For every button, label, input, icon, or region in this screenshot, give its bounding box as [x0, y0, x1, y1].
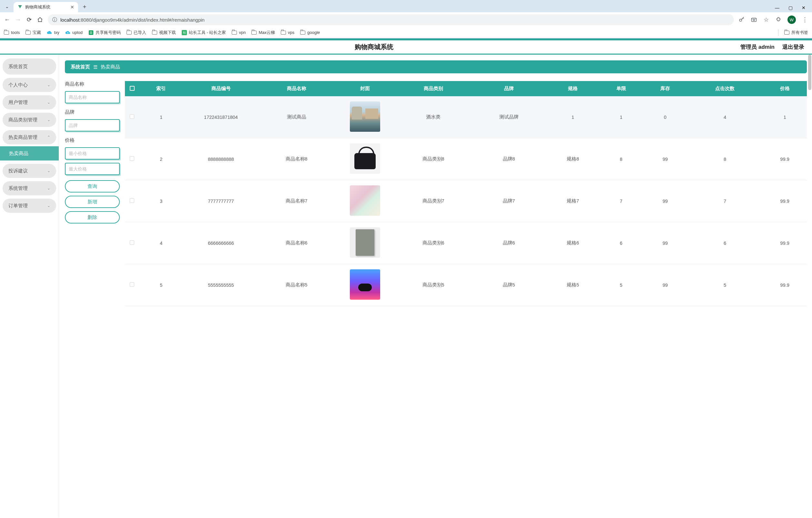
filter-name-input[interactable]: [65, 91, 120, 103]
cell-category: 商品类别8: [396, 138, 471, 180]
bookmark-uplod[interactable]: uplod: [65, 30, 83, 35]
lens-icon[interactable]: [751, 17, 757, 23]
bookmark-tools[interactable]: tools: [4, 30, 20, 35]
page-scrollbar[interactable]: [808, 55, 811, 517]
row-checkbox[interactable]: [130, 114, 134, 119]
table-row[interactable]: 37777777777商品名称7商品类别7品牌7规格7799799.9: [125, 180, 807, 222]
bookmark-video-dl[interactable]: 视频下载: [152, 30, 176, 35]
bookmark-zhanzhang[interactable]: 站站长工具 - 站长之家: [182, 30, 226, 35]
new-tab-button[interactable]: ＋: [80, 2, 89, 11]
extensions-icon[interactable]: [775, 17, 782, 23]
chevron-down-icon: ⌄: [47, 203, 50, 208]
sidebar-item-category[interactable]: 商品类别管理⌄: [3, 113, 56, 127]
window-minimize-icon[interactable]: —: [775, 5, 779, 10]
cell-limit: 1: [599, 96, 643, 138]
table-row[interactable]: 55555555555商品名称5商品类别5品牌5规格5599599.9: [125, 264, 807, 306]
cell-name: 商品名称6: [259, 222, 335, 264]
delete-button[interactable]: 删除: [65, 211, 120, 223]
sidebar-item-system[interactable]: 系统管理⌄: [3, 181, 56, 195]
breadcrumb-home[interactable]: 系统首页: [71, 64, 90, 70]
nav-reload-icon[interactable]: ⟳: [26, 16, 32, 23]
svg-rect-3: [752, 18, 756, 22]
row-checkbox[interactable]: [130, 240, 134, 245]
cell-code: 8888888888: [183, 138, 259, 180]
row-checkbox[interactable]: [130, 156, 134, 161]
cell-stock: 99: [643, 222, 688, 264]
table-row[interactable]: 28888888888商品名称8商品类别8品牌8规格8899899.9: [125, 138, 807, 180]
filter-min-price-input[interactable]: [65, 147, 120, 160]
window-close-icon[interactable]: ✕: [802, 5, 806, 10]
bookmark-star-icon[interactable]: ☆: [763, 17, 770, 23]
nav-home-icon[interactable]: [37, 17, 43, 23]
sidebar-item-orders[interactable]: 订单管理⌄: [3, 199, 56, 213]
chevron-down-icon: ⌄: [47, 186, 50, 191]
cell-cover: [335, 96, 396, 138]
cell-stock: 99: [643, 138, 688, 180]
sidebar-item-home[interactable]: 系统首页: [3, 58, 56, 75]
cell-category: 商品类别7: [396, 180, 471, 222]
add-button[interactable]: 新增: [65, 196, 120, 208]
filter-brand-input[interactable]: [65, 119, 120, 131]
bookmark-imported[interactable]: 已导入: [126, 30, 146, 35]
browser-tab[interactable]: 购物商城系统 ✕: [13, 2, 78, 12]
bookmark-vpn[interactable]: vpn: [232, 30, 245, 35]
col-limit: 单限: [599, 81, 643, 96]
search-button[interactable]: 查询: [65, 180, 120, 192]
cell-spec: 规格8: [547, 138, 599, 180]
chevron-down-icon: ⌄: [47, 83, 50, 87]
chevron-down-icon: ⌄: [47, 100, 50, 105]
nav-back-icon[interactable]: ←: [4, 17, 10, 23]
key-icon[interactable]: [738, 17, 745, 23]
site-info-icon[interactable]: ⓘ: [52, 17, 57, 23]
cell-index: 2: [139, 138, 183, 180]
cell-limit: 7: [599, 180, 643, 222]
bookmark-google[interactable]: google: [300, 30, 320, 35]
table-header: 索引 商品编号 商品名称 封面 商品类别 品牌 规格 单限 库存 点击次数 价格: [125, 81, 807, 96]
select-all-checkbox[interactable]: [130, 86, 135, 91]
cell-clicks: 5: [687, 264, 763, 306]
table-row[interactable]: 46666666666商品名称6商品类别6品牌6规格6699699.9: [125, 222, 807, 264]
profile-avatar[interactable]: W: [787, 16, 796, 24]
logout-link[interactable]: 退出登录: [782, 43, 804, 51]
sidebar-sub-hotsale-list[interactable]: 热卖商品: [0, 146, 59, 161]
bookmark-vps[interactable]: vps: [281, 30, 294, 35]
sidebar-item-hotsale[interactable]: 热卖商品管理⌃: [3, 130, 56, 144]
sidebar-item-users[interactable]: 用户管理⌄: [3, 95, 56, 109]
url-field[interactable]: ⓘ localhost:8080/djangoo9m4k/admin/dist/…: [48, 14, 734, 25]
cell-code: 7777777777: [183, 180, 259, 222]
bookmark-all[interactable]: 所有书签: [784, 30, 808, 35]
cell-index: 5: [139, 264, 183, 306]
tab-close-icon[interactable]: ✕: [70, 4, 74, 10]
bookmark-txy[interactable]: txy: [47, 30, 59, 35]
chevron-up-icon: ⌃: [47, 135, 50, 139]
cell-price: 99.9: [763, 138, 807, 180]
browser-chrome: ⌄ 购物商城系统 ✕ ＋ — ▢ ✕ ← → ⟳ ⓘ localhost:808…: [0, 0, 812, 38]
window-maximize-icon[interactable]: ▢: [788, 5, 793, 10]
nav-forward-icon[interactable]: →: [15, 17, 21, 23]
product-thumbnail[interactable]: [350, 269, 380, 300]
sidebar-item-profile[interactable]: 个人中心⌄: [3, 78, 56, 92]
breadcrumb: 系统首页 ☰ 热卖商品: [65, 60, 807, 73]
row-checkbox[interactable]: [130, 198, 134, 203]
kebab-menu-icon[interactable]: ⋮: [802, 17, 808, 23]
cell-name: 测试商品: [259, 96, 335, 138]
filter-max-price-input[interactable]: [65, 163, 120, 175]
product-thumbnail[interactable]: [350, 185, 380, 216]
bookmark-maxyun[interactable]: Max云梯: [252, 30, 275, 35]
svg-point-4: [753, 19, 755, 21]
bookmark-baozang[interactable]: 宝藏: [26, 30, 41, 35]
product-thumbnail[interactable]: [350, 143, 380, 174]
admin-label[interactable]: 管理员 admin: [741, 43, 775, 51]
cell-limit: 8: [599, 138, 643, 180]
sidebar-item-feedback[interactable]: 投诉建议⌄: [3, 164, 56, 178]
tabs-dropdown-button[interactable]: ⌄: [3, 2, 11, 11]
bookmark-shared-pw[interactable]: 共享账号密码: [88, 30, 121, 35]
site-icon: 站: [182, 30, 187, 35]
col-spec: 规格: [547, 81, 599, 96]
table-row[interactable]: 11722431871804测试商品酒水类测试品牌11041: [125, 96, 807, 138]
filter-price-label: 价格: [65, 137, 120, 143]
cell-name: 商品名称7: [259, 180, 335, 222]
product-thumbnail[interactable]: [350, 101, 380, 132]
product-thumbnail[interactable]: [350, 227, 380, 258]
row-checkbox[interactable]: [130, 282, 134, 287]
